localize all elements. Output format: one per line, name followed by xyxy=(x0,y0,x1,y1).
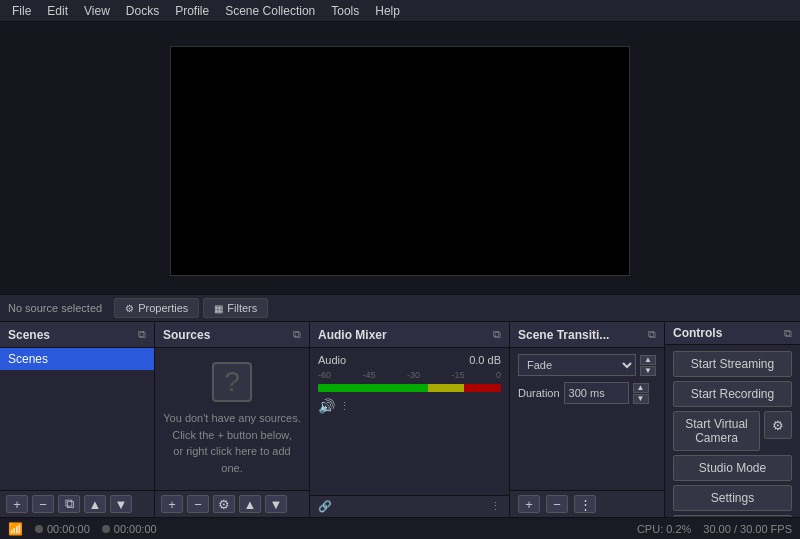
meter-scale: -60 -45 -30 -15 0 xyxy=(318,370,501,380)
cpu-status: CPU: 0.2% xyxy=(637,523,691,535)
scene-item[interactable]: Scenes xyxy=(0,348,154,370)
audio-more-icon[interactable]: ⋮ xyxy=(490,500,501,513)
sources-title: Sources xyxy=(163,328,210,342)
preview-canvas xyxy=(170,46,630,276)
scenes-footer: + − ⧉ ▲ ▼ xyxy=(0,490,154,517)
fade-spin-down[interactable]: ▼ xyxy=(640,366,656,376)
filters-tab[interactable]: ▦ Filters xyxy=(203,298,268,318)
controls-popup-icon[interactable]: ⧉ xyxy=(784,327,792,340)
filter-icon: ▦ xyxy=(214,303,223,314)
volume-icon[interactable]: 🔊 xyxy=(318,398,335,414)
meter-bar xyxy=(318,384,501,392)
transitions-footer: + − ⋮ xyxy=(510,490,664,517)
audio-header: Audio Mixer ⧉ xyxy=(310,322,509,348)
record-dot xyxy=(102,525,110,533)
no-source-label: No source selected xyxy=(8,302,102,314)
menubar: File Edit View Docks Profile Scene Colle… xyxy=(0,0,800,22)
scenes-remove-button[interactable]: − xyxy=(32,495,54,513)
menu-docks[interactable]: Docks xyxy=(118,2,167,20)
menu-view[interactable]: View xyxy=(76,2,118,20)
audio-panel: Audio Mixer ⧉ Audio 0.0 dB -60 -45 -30 -… xyxy=(310,322,510,517)
transitions-remove-button[interactable]: − xyxy=(546,495,568,513)
sources-remove-button[interactable]: − xyxy=(187,495,209,513)
scenes-title: Scenes xyxy=(8,328,50,342)
transitions-add-button[interactable]: + xyxy=(518,495,540,513)
sources-down-button[interactable]: ▼ xyxy=(265,495,287,513)
duration-spin-down[interactable]: ▼ xyxy=(633,394,649,404)
audio-row: Audio 0.0 dB xyxy=(318,354,501,366)
audio-options-icon[interactable]: ⋮ xyxy=(339,400,350,413)
sources-add-button[interactable]: + xyxy=(161,495,183,513)
sources-footer: + − ⚙ ▲ ▼ xyxy=(155,490,309,517)
meter-container xyxy=(318,384,501,392)
audio-link-icon[interactable]: 🔗 xyxy=(318,500,332,513)
fade-spin-up[interactable]: ▲ xyxy=(640,355,656,365)
scenes-header: Scenes ⧉ xyxy=(0,322,154,348)
scenes-panel: Scenes ⧉ Scenes + − ⧉ ▲ ▼ xyxy=(0,322,155,517)
duration-spin-buttons: ▲ ▼ xyxy=(633,383,649,404)
audio-content: Audio 0.0 dB -60 -45 -30 -15 0 🔊 ⋮ xyxy=(310,348,509,495)
source-bar: No source selected ⚙ Properties ▦ Filter… xyxy=(0,294,800,322)
controls-panel: Controls ⧉ Start Streaming Start Recordi… xyxy=(665,322,800,517)
no-sources-area: ? You don't have any sources.Click the +… xyxy=(155,348,309,490)
transitions-content: Fade ▲ ▼ Duration ▲ ▼ xyxy=(510,348,664,490)
transitions-panel: Scene Transiti... ⧉ Fade ▲ ▼ Duration xyxy=(510,322,665,517)
start-recording-button[interactable]: Start Recording xyxy=(673,381,792,407)
scenes-down-button[interactable]: ▼ xyxy=(110,495,132,513)
studio-mode-button[interactable]: Studio Mode xyxy=(673,455,792,481)
transitions-header: Scene Transiti... ⧉ xyxy=(510,322,664,348)
scenes-add-button[interactable]: + xyxy=(6,495,28,513)
audio-popup-icon[interactable]: ⧉ xyxy=(493,328,501,341)
record-time-text: 00:00:00 xyxy=(114,523,157,535)
controls-content: Start Streaming Start Recording Start Vi… xyxy=(665,345,800,539)
audio-db: 0.0 dB xyxy=(469,354,501,366)
sources-header: Sources ⧉ xyxy=(155,322,309,348)
scenes-list: Scenes xyxy=(0,348,154,490)
scenes-up-button[interactable]: ▲ xyxy=(84,495,106,513)
scenes-popup-icon[interactable]: ⧉ xyxy=(138,328,146,341)
scenes-duplicate-button[interactable]: ⧉ xyxy=(58,495,80,513)
gear-icon: ⚙ xyxy=(772,418,784,433)
stream-time-text: 00:00:00 xyxy=(47,523,90,535)
status-bar: 📶 00:00:00 00:00:00 CPU: 0.2% 30.00 / 30… xyxy=(0,517,800,539)
no-sources-text: You don't have any sources.Click the + b… xyxy=(163,410,301,476)
duration-spin-up[interactable]: ▲ xyxy=(633,383,649,393)
record-time: 00:00:00 xyxy=(102,523,157,535)
preview-area xyxy=(0,22,800,294)
menu-edit[interactable]: Edit xyxy=(39,2,76,20)
menu-scene-collection[interactable]: Scene Collection xyxy=(217,2,323,20)
fade-select[interactable]: Fade xyxy=(518,354,636,376)
menu-profile[interactable]: Profile xyxy=(167,2,217,20)
start-streaming-button[interactable]: Start Streaming xyxy=(673,351,792,377)
menu-help[interactable]: Help xyxy=(367,2,408,20)
sources-up-button[interactable]: ▲ xyxy=(239,495,261,513)
properties-tab[interactable]: ⚙ Properties xyxy=(114,298,199,318)
transitions-more-button[interactable]: ⋮ xyxy=(574,495,596,513)
transitions-popup-icon[interactable]: ⧉ xyxy=(648,328,656,341)
main-container: No source selected ⚙ Properties ▦ Filter… xyxy=(0,22,800,539)
menu-file[interactable]: File xyxy=(4,2,39,20)
duration-row: Duration ▲ ▼ xyxy=(518,382,656,404)
fade-select-row: Fade ▲ ▼ xyxy=(518,354,656,376)
stream-dot xyxy=(35,525,43,533)
audio-label: Audio xyxy=(318,354,346,366)
sources-settings-button[interactable]: ⚙ xyxy=(213,495,235,513)
settings-button[interactable]: Settings xyxy=(673,485,792,511)
gear-icon: ⚙ xyxy=(125,303,134,314)
controls-title: Controls xyxy=(673,326,722,340)
panels-row: Scenes ⧉ Scenes + − ⧉ ▲ ▼ Sources ⧉ ? Yo xyxy=(0,322,800,517)
transitions-title: Scene Transiti... xyxy=(518,328,609,342)
fade-spin-buttons: ▲ ▼ xyxy=(640,355,656,376)
virtual-camera-settings-button[interactable]: ⚙ xyxy=(764,411,792,439)
fps-status: 30.00 / 30.00 FPS xyxy=(703,523,792,535)
duration-label: Duration xyxy=(518,387,560,399)
menu-tools[interactable]: Tools xyxy=(323,2,367,20)
controls-header: Controls ⧉ xyxy=(665,322,800,345)
sources-panel: Sources ⧉ ? You don't have any sources.C… xyxy=(155,322,310,517)
duration-input[interactable] xyxy=(564,382,629,404)
no-sources-icon: ? xyxy=(212,362,252,402)
virtual-camera-row: Start Virtual Camera ⚙ xyxy=(673,411,792,451)
start-virtual-camera-button[interactable]: Start Virtual Camera xyxy=(673,411,760,451)
sources-popup-icon[interactable]: ⧉ xyxy=(293,328,301,341)
network-icon: 📶 xyxy=(8,522,23,536)
